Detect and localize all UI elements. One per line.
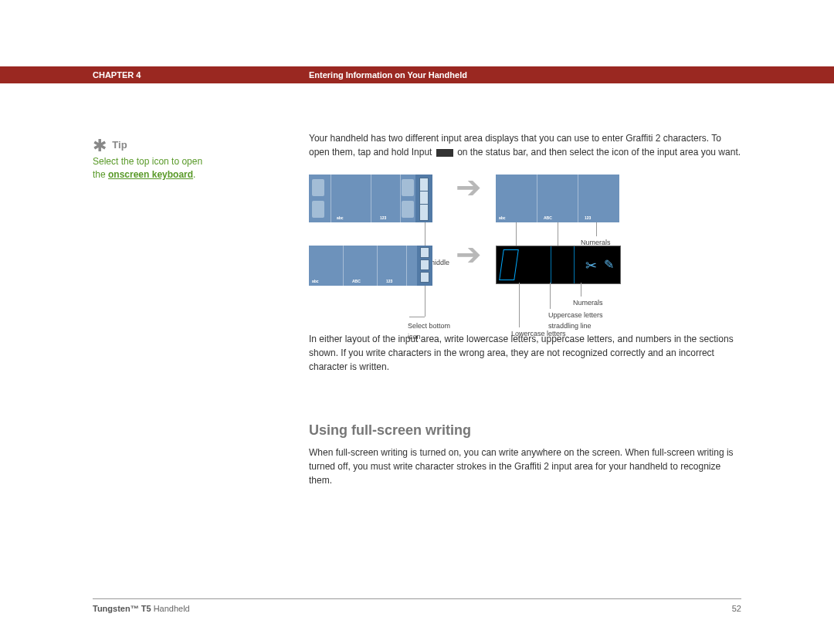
- bottom-selector-icon-2: [420, 272, 429, 283]
- product-name: Tungsten™ T5 Handheld: [93, 604, 190, 613]
- menu-icon: [402, 179, 414, 196]
- footer: Tungsten™ T5 Handheld 52: [93, 598, 741, 613]
- keyboard-selector-icon-2: [420, 247, 429, 258]
- upper-straddle-callout: Uppercase letters straddling line: [548, 310, 626, 331]
- star-icon: [402, 201, 414, 218]
- selector-column-2: [417, 246, 432, 286]
- home-icon: [312, 179, 324, 196]
- wide-input-panel: abc ABC 123: [496, 175, 619, 222]
- section-heading: Using full-screen writing: [309, 420, 741, 441]
- compact-input-panel: abc 123: [309, 175, 432, 222]
- abc-lower-label: abc: [337, 215, 344, 222]
- numerals-callout-2: Numerals: [573, 298, 603, 309]
- diagram-row-1: abc 123 Select middle icon ➔: [309, 175, 741, 222]
- scissors-icon: ✂: [585, 256, 597, 276]
- intro-paragraph: Your handheld has two different input ar…: [309, 131, 741, 159]
- asterisk-icon: ✱: [93, 136, 107, 155]
- stroke-icon: [499, 249, 519, 280]
- wide-input-panel-2: abc ABC 123: [309, 246, 432, 286]
- tip-label: Tip: [112, 139, 127, 151]
- tip-text-suffix: .: [193, 169, 195, 180]
- paragraph-3: When full-screen writing is turned on, y…: [309, 446, 741, 487]
- tip-body: Select the top icon to open the onscreen…: [93, 155, 216, 181]
- tip-sidebar: ✱ Tip Select the top icon to open the on…: [93, 131, 216, 181]
- diagram-row-2: abc ABC 123 Select bottom icon ➔ ✂ ✎: [309, 246, 741, 286]
- abc-upper-wide: ABC: [544, 215, 552, 222]
- input-icon: [436, 149, 453, 157]
- chapter-label: CHAPTER 4: [0, 70, 141, 80]
- pencil-icon: ✎: [604, 256, 614, 274]
- black-status-panel: ✂ ✎: [496, 246, 621, 284]
- arrow-icon: ➔: [456, 164, 482, 210]
- num-label: 123: [380, 215, 386, 222]
- onscreen-keyboard-link[interactable]: onscreen keyboard: [108, 169, 193, 180]
- middle-selector-icon-2: [420, 259, 429, 270]
- select-bottom-callout: Select bottom icon: [408, 321, 454, 342]
- arrow-icon-2: ➔: [456, 231, 482, 277]
- abc-lower-wide: abc: [499, 215, 506, 222]
- chapter-header: CHAPTER 4 Entering Information on Your H…: [0, 66, 834, 83]
- lowercase-callout-2: Lowercase letters: [511, 329, 566, 340]
- chapter-title: Entering Information on Your Handheld: [309, 70, 467, 80]
- tip-heading: ✱ Tip: [93, 131, 216, 155]
- page-number: 52: [732, 604, 741, 613]
- wide-selector-icon: [419, 204, 429, 221]
- main-content: Your handheld has two different input ar…: [309, 131, 741, 492]
- find-icon: [312, 201, 324, 218]
- selector-column: [415, 175, 432, 222]
- num-wide: 123: [585, 215, 591, 222]
